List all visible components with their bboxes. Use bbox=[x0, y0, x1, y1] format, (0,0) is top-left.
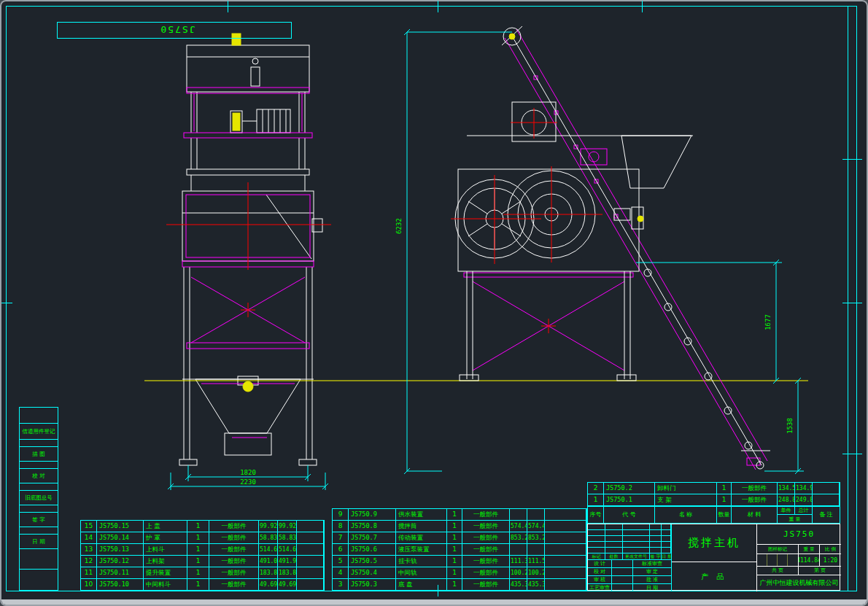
bom-cell-unit: 853.22 bbox=[510, 532, 527, 544]
bom-cell-code: JS750.9 bbox=[349, 509, 396, 521]
strip-blank bbox=[20, 505, 58, 513]
bom-cell-seq: 7 bbox=[333, 532, 349, 544]
bom-cell-remark bbox=[545, 532, 586, 544]
bom-cell-code: JS750.14 bbox=[97, 532, 144, 544]
rev-col-mark: 标记 bbox=[588, 553, 605, 559]
bom-cell-material: 一般部件 bbox=[462, 509, 510, 521]
bom-table-left: 15JS750.15上 盖1一般部件99.9299.9214JS750.14护 … bbox=[80, 520, 325, 591]
title-drawing-no: JS750 bbox=[757, 524, 841, 545]
sign-date: 日 期 bbox=[633, 584, 671, 591]
bom-cell-unit: 514.63 bbox=[259, 544, 278, 556]
bom-cell-qty: 1 bbox=[187, 556, 209, 567]
bom-cell-name: 供水装置 bbox=[396, 509, 447, 521]
bom-cell-remark bbox=[545, 521, 586, 532]
front-structure bbox=[179, 45, 322, 465]
revision-cell bbox=[623, 530, 650, 536]
bom-cell-qty: 1 bbox=[187, 521, 209, 532]
bom-cell-qty: 1 bbox=[187, 567, 209, 579]
rev-col-sign: 签 字 bbox=[650, 553, 662, 559]
mark-cell bbox=[778, 554, 788, 566]
bom-cell-qty: 1 bbox=[447, 556, 462, 567]
revision-cell bbox=[662, 536, 671, 542]
bom-cell-qty: 1 bbox=[447, 579, 462, 591]
drawing-title: 搅拌主机 bbox=[672, 524, 756, 562]
bom-cell-material: 一般部件 bbox=[732, 494, 778, 506]
bom-cell-total: 491.94 bbox=[278, 556, 297, 567]
signature-rows: 设 计 标准审查 校 对 审 定 审 核 批 准 工艺审查 日 期 bbox=[588, 560, 672, 591]
window-bottom-edge bbox=[1, 599, 867, 605]
side-structure bbox=[455, 26, 770, 469]
bom-cell-qty: 1 bbox=[447, 521, 462, 532]
bom-cell-remark bbox=[545, 509, 586, 521]
revision-header: 标记 处数 更改文件号 签 字 日 期 bbox=[588, 553, 672, 560]
bom-cell-unit: 134.58 bbox=[778, 483, 795, 494]
bom-cell-material: 一般部件 bbox=[462, 579, 510, 591]
bom-cell-remark bbox=[545, 567, 586, 579]
bom-cell-seq: 11 bbox=[81, 567, 97, 579]
revision-cell bbox=[605, 524, 623, 530]
dimension-lines bbox=[168, 29, 804, 490]
bom-cell-seq: 2 bbox=[588, 483, 604, 494]
bom-cell-name: 传动装置 bbox=[396, 532, 447, 544]
sign-proof: 校 对 bbox=[588, 568, 612, 576]
strip-label-trace: 描 图 bbox=[20, 447, 58, 462]
sign-blank bbox=[612, 584, 633, 591]
bom-cell-total: 853.22 bbox=[527, 532, 545, 544]
strip-label-borrow: 借通用件登记 bbox=[20, 424, 58, 440]
mark-cell bbox=[767, 554, 778, 566]
rev-col-count: 处数 bbox=[605, 553, 623, 559]
bom-header-total-weight: 总计 bbox=[795, 506, 812, 514]
bom-cell-code: JS750.15 bbox=[97, 521, 144, 532]
bom-cell-total: 249.82 bbox=[795, 494, 813, 506]
title-right: JS750 图样标记 重 量 比 例 4114.84 1:20 bbox=[757, 524, 841, 591]
bom-cell-seq: 8 bbox=[333, 521, 349, 532]
bom-cell-code: JS750.13 bbox=[97, 544, 144, 556]
strip-blank bbox=[20, 570, 58, 590]
stamp-header: 图样标记 重 量 比 例 bbox=[757, 545, 841, 554]
revision-cell bbox=[588, 548, 605, 553]
bom-cell-seq: 13 bbox=[81, 544, 97, 556]
bom-cell-seq: 12 bbox=[81, 556, 97, 567]
strip-blank bbox=[20, 440, 58, 447]
bom-cell-seq: 10 bbox=[81, 579, 97, 591]
bom-cell-total: 574.46 bbox=[527, 521, 545, 532]
bom-cell-seq: 5 bbox=[333, 556, 349, 567]
revision-cell bbox=[662, 530, 671, 536]
strip-blank bbox=[20, 462, 58, 469]
bom-cell-unit: 183.83 bbox=[259, 567, 278, 579]
revision-cell bbox=[623, 548, 650, 553]
bom-header-qty: 数量 bbox=[717, 506, 732, 523]
bom-cell-name: 上料斗 bbox=[144, 544, 187, 556]
bom-cell-seq: 14 bbox=[81, 532, 97, 544]
rev-col-date: 日 期 bbox=[662, 553, 671, 559]
revision-cell bbox=[662, 548, 671, 553]
bom-cell-qty: 1 bbox=[447, 544, 462, 556]
bom-cell-total: 49.69 bbox=[278, 579, 297, 591]
bom-cell-unit bbox=[510, 544, 527, 556]
title-block: 标记 处数 更改文件号 签 字 日 期 设 计 标准审查 校 对 审 定 审 核… bbox=[587, 524, 840, 591]
bom-cell-name: 底 盘 bbox=[396, 579, 447, 591]
bom-cell-code: JS750.8 bbox=[349, 521, 396, 532]
rev-col-file: 更改文件号 bbox=[623, 553, 650, 559]
bom-header-material: 材 料 bbox=[732, 506, 778, 523]
dimension-labels: 1820 2230 6232 1677 1538 bbox=[240, 218, 794, 486]
bom-cell-name: 上 盖 bbox=[144, 521, 187, 532]
bom-cell-name: 挂卡轨 bbox=[396, 556, 447, 567]
sign-design: 设 计 bbox=[588, 560, 612, 568]
bom-cell-code: JS750.6 bbox=[349, 544, 396, 556]
stamp-col-mark: 图样标记 bbox=[757, 545, 799, 553]
bom-cell-unit: 248.82 bbox=[778, 494, 795, 506]
bom-cell-total: 58.83 bbox=[278, 532, 297, 544]
revision-cell bbox=[588, 524, 605, 530]
strip-label-sign: 签 字 bbox=[20, 513, 58, 527]
bom-cell-seq: 3 bbox=[333, 579, 349, 591]
bom-cell-material: 一般部件 bbox=[462, 556, 510, 567]
bom-cell-name: 上料架 bbox=[144, 556, 187, 567]
bom-cell-material: 一般部件 bbox=[462, 521, 510, 532]
bom-cell-code: JS750.7 bbox=[349, 532, 396, 544]
bom-cell-unit: 491.04 bbox=[259, 556, 278, 567]
front-view bbox=[166, 34, 331, 465]
product-label: 产 品 bbox=[672, 562, 756, 591]
strip-blank bbox=[20, 549, 58, 570]
bom-table-right: 2JS750.2卸料门1一般部件134.58134.931JS750.1支 架1… bbox=[587, 482, 840, 507]
